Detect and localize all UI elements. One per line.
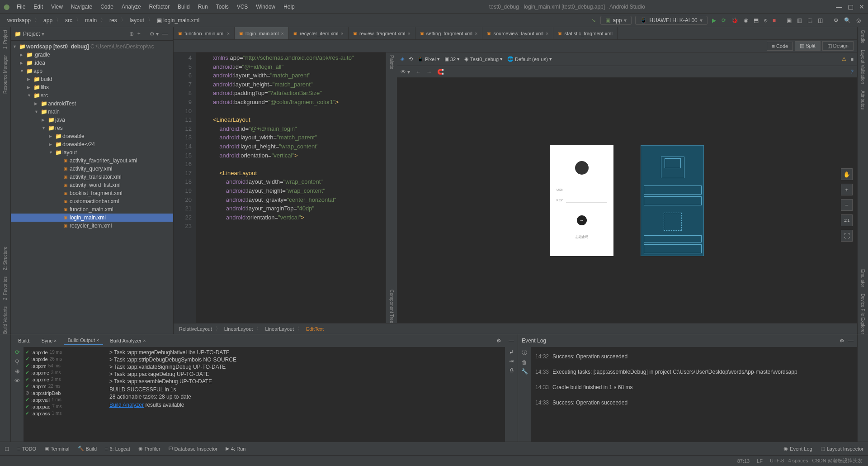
tree-file[interactable]: ▣booklist_fragment.xml xyxy=(11,189,173,197)
tree-file[interactable]: ▣recycler_item.xml xyxy=(11,222,173,230)
tree-folder[interactable]: ▶📁.gradle xyxy=(11,51,173,59)
task-row[interactable]: ⊘:app:stripDeb xyxy=(25,390,103,396)
close-tab-icon[interactable]: × xyxy=(281,31,283,36)
hide-icon[interactable]: — xyxy=(844,338,854,344)
tree-folder[interactable]: ▶📁drawable-v24 xyxy=(11,140,173,148)
zoom-out-icon[interactable]: − xyxy=(841,199,853,211)
menu-build[interactable]: Build xyxy=(174,2,193,12)
event-log[interactable]: 14:32Success: Operation succeeded 14:33E… xyxy=(531,347,857,442)
rail-gradle[interactable]: Gradle xyxy=(860,30,865,43)
tree-file[interactable]: ▣activity_query.xml xyxy=(11,165,173,173)
rail-favorites[interactable]: 2: Favorites xyxy=(3,276,8,300)
expand-all-icon[interactable]: ÷ xyxy=(136,31,142,37)
breadcrumb[interactable]: layout xyxy=(127,16,147,24)
gear-icon[interactable]: ⚙ ▾ xyxy=(148,31,160,37)
rail-palette[interactable]: Palette xyxy=(389,55,394,69)
zoom-fit-icon[interactable]: 1:1 xyxy=(841,214,853,226)
rail-build-variants[interactable]: Build Variants xyxy=(3,306,8,334)
task-row[interactable]: ✓:app:m 22 ms xyxy=(25,383,103,390)
status-event-log[interactable]: ◉ Event Log xyxy=(783,446,812,452)
menu-tools[interactable]: Tools xyxy=(212,2,232,12)
editor-tab[interactable]: ▣setting_fragment.xml× xyxy=(415,27,483,39)
blueprint-surface[interactable] xyxy=(641,145,704,256)
orientation-icon[interactable]: ⟲ xyxy=(409,56,413,62)
breadcrumb[interactable]: app xyxy=(41,16,55,24)
layout-inspector-icon[interactable]: ⬚ xyxy=(805,16,815,24)
close-icon[interactable]: ✕ xyxy=(859,3,864,10)
eye-icon[interactable]: 👁 ▾ xyxy=(401,69,410,75)
editor-tab[interactable]: ▣function_main.xml× xyxy=(174,27,235,39)
menu-navigate[interactable]: Navigate xyxy=(67,2,96,12)
status-terminal[interactable]: ▣ Terminal xyxy=(44,446,70,452)
arrow-right-icon[interactable]: → xyxy=(426,69,432,75)
close-tab-icon[interactable]: × xyxy=(407,31,410,36)
tree-folder[interactable]: ▶📁java xyxy=(11,116,173,124)
build-tab-analyzer[interactable]: Build Analyzer × xyxy=(107,337,150,345)
build-tab-output[interactable]: Build Output × xyxy=(64,336,103,345)
tree-folder[interactable]: ▼📁src xyxy=(11,91,173,100)
sdk-icon[interactable]: ▥ xyxy=(794,16,805,24)
settings-icon[interactable]: ⚙ xyxy=(831,16,841,24)
breadcrumb[interactable]: res xyxy=(107,16,120,24)
close-tab-icon[interactable]: × xyxy=(546,31,548,36)
status-layout-inspector[interactable]: ⬚ Layout Inspector xyxy=(821,446,863,452)
attach-icon[interactable]: ⎋ xyxy=(761,16,770,24)
tree-file[interactable]: ▣customactionbar.xml xyxy=(11,197,173,205)
select-opened-icon[interactable]: ⊕ xyxy=(127,31,136,37)
rail-device-file-explorer[interactable]: Device File Explorer xyxy=(860,294,865,334)
editor-tab[interactable]: ▣sourceview_layout.xml× xyxy=(482,27,553,39)
gear-icon[interactable]: ⚙ xyxy=(496,338,501,344)
task-row[interactable]: ✓:app:me 2 ms xyxy=(25,376,103,383)
build-tab-sync[interactable]: Sync × xyxy=(38,337,61,345)
tree-folder[interactable]: ▼📁app xyxy=(11,67,173,75)
hide-icon[interactable]: — xyxy=(160,31,170,37)
run-config-dropdown[interactable]: ▣app▾ xyxy=(600,16,632,25)
locale-dropdown[interactable]: 🌐 Default (en-us) ▾ xyxy=(507,56,552,62)
zoom-reset-icon[interactable]: ⛶ xyxy=(841,230,853,242)
expand-icon[interactable]: ⊕ xyxy=(15,368,20,375)
project-view-dropdown[interactable]: 📁 Project ▾ xyxy=(14,31,127,37)
line-separator[interactable]: LF xyxy=(757,458,763,464)
breadcrumb[interactable]: main xyxy=(82,16,99,24)
debug-icon[interactable]: 🐞 xyxy=(729,16,741,24)
close-tab-icon[interactable]: × xyxy=(475,31,477,36)
menu-refactor[interactable]: Refactor xyxy=(146,2,173,12)
design-surface-icon[interactable]: ◈ xyxy=(401,56,404,62)
breadcrumb[interactable]: wordsapp xyxy=(5,16,33,24)
bc-item[interactable]: LinearLayout xyxy=(224,326,253,332)
tree-folder[interactable]: ▶📁androidTest xyxy=(11,100,173,108)
search-icon[interactable]: 🔍 xyxy=(841,16,854,24)
rail-project[interactable]: 1: Project xyxy=(3,30,8,49)
rail-resource-manager[interactable]: Resource Manager xyxy=(3,55,8,94)
close-tab-icon[interactable]: × xyxy=(227,31,230,36)
status-todo[interactable]: ≡ TODO xyxy=(17,446,36,452)
bc-item[interactable]: LinearLayout xyxy=(265,326,294,332)
menu-file[interactable]: File xyxy=(13,2,29,12)
tree-folder[interactable]: ▶📁build xyxy=(11,75,173,83)
status-corner-icon[interactable]: ▢ xyxy=(5,446,9,452)
soft-wrap-icon[interactable]: ↲ xyxy=(509,349,514,355)
bc-item[interactable]: RelativeLayout xyxy=(179,326,212,332)
tree-folder[interactable]: ▼📁main xyxy=(11,108,173,116)
tree-file-selected[interactable]: ▣login_main.xml xyxy=(11,214,173,222)
trash-icon[interactable]: 🗑 xyxy=(522,359,527,366)
theme-dropdown[interactable]: ◉ Test0_debug ▾ xyxy=(464,56,503,62)
rail-component-tree[interactable]: Component Tree xyxy=(389,290,394,323)
rail-layout-validation[interactable]: Layout Validation xyxy=(860,50,865,84)
help-icon[interactable]: ◎ xyxy=(854,16,863,24)
design-surface[interactable]: UID: KEY: → 忘记密码 xyxy=(550,145,613,256)
coverage-icon[interactable]: ⬒ xyxy=(751,16,761,24)
run-icon[interactable]: ▶ xyxy=(709,16,719,24)
encoding[interactable]: UTF-8 4 spaces CSDN @老杨没掉头发 xyxy=(770,457,863,464)
menu-window[interactable]: Window xyxy=(252,2,279,12)
task-row[interactable]: ✓:app:vali 1 ms xyxy=(25,396,103,403)
tree-folder[interactable]: ▶📁libs xyxy=(11,83,173,91)
restart-icon[interactable]: ⟳ xyxy=(15,349,20,356)
filter-icon[interactable]: ⚲ xyxy=(15,358,19,365)
editor-tab[interactable]: ▣recycler_item.xml× xyxy=(289,27,349,39)
tree-file[interactable]: ▣function_main.xml xyxy=(11,205,173,214)
task-row[interactable]: ✓:app:pac 7 ms xyxy=(25,403,103,410)
device-preview-dropdown[interactable]: 📱 Pixel ▾ xyxy=(417,56,440,62)
avd-icon[interactable]: ▣ xyxy=(784,16,794,24)
layout-preview-canvas[interactable]: UID: KEY: → 忘记密码 xyxy=(397,78,857,323)
